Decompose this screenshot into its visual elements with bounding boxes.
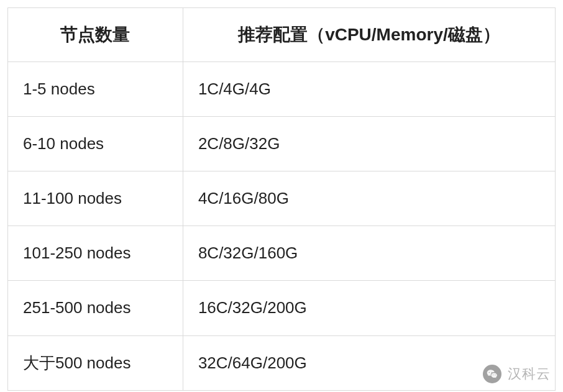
cell-nodes: 101-250 nodes bbox=[8, 226, 183, 281]
table-row: 6-10 nodes 2C/8G/32G bbox=[8, 116, 556, 171]
cell-config: 4C/16G/80G bbox=[183, 171, 555, 226]
cell-nodes: 大于500 nodes bbox=[8, 335, 183, 390]
header-config: 推荐配置（vCPU/Memory/磁盘） bbox=[183, 8, 555, 62]
cell-config: 32C/64G/200G bbox=[183, 335, 555, 390]
table-row: 大于500 nodes 32C/64G/200G bbox=[8, 335, 556, 390]
cell-nodes: 251-500 nodes bbox=[8, 281, 183, 335]
cell-config: 16C/32G/200G bbox=[183, 281, 555, 335]
cell-config: 8C/32G/160G bbox=[183, 226, 555, 281]
header-nodes: 节点数量 bbox=[8, 8, 183, 62]
table-row: 11-100 nodes 4C/16G/80G bbox=[8, 171, 556, 226]
cell-nodes: 11-100 nodes bbox=[8, 171, 183, 226]
cell-nodes: 1-5 nodes bbox=[8, 62, 183, 116]
cell-config: 2C/8G/32G bbox=[183, 116, 555, 171]
table-row: 251-500 nodes 16C/32G/200G bbox=[8, 281, 556, 335]
cell-nodes: 6-10 nodes bbox=[8, 116, 183, 171]
config-table: 节点数量 推荐配置（vCPU/Memory/磁盘） 1-5 nodes 1C/4… bbox=[7, 7, 556, 391]
table-header-row: 节点数量 推荐配置（vCPU/Memory/磁盘） bbox=[8, 8, 556, 62]
table-row: 1-5 nodes 1C/4G/4G bbox=[8, 62, 556, 116]
config-table-container: 节点数量 推荐配置（vCPU/Memory/磁盘） 1-5 nodes 1C/4… bbox=[7, 7, 556, 391]
cell-config: 1C/4G/4G bbox=[183, 62, 555, 116]
table-row: 101-250 nodes 8C/32G/160G bbox=[8, 226, 556, 281]
